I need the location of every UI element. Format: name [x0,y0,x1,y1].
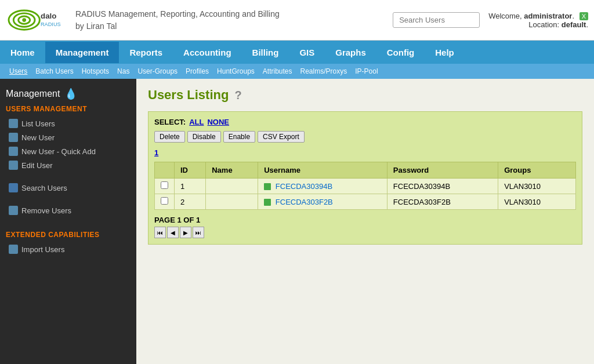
sidebar-title: Management 💧 [6,88,131,100]
remove-users-icon [9,206,18,215]
sidebar: Management 💧 Users Management List Users… [0,79,136,364]
pagination-top: 1 [154,148,576,157]
row-groups: VLAN3010 [498,179,576,194]
row-id: 2 [175,194,206,210]
nav-config[interactable]: Config [376,42,425,63]
sidebar-new-user-label: New User [21,133,55,142]
username-link[interactable]: FCECDA303F2B [276,198,333,206]
sub-nav: Users Batch Users Hotspots Nas User-Grou… [0,64,594,79]
th-name: Name [206,162,258,179]
subnav-nas[interactable]: Nas [114,67,133,76]
logo-area: dalo RADIUS [6,6,64,35]
subnav-user-groups[interactable]: User-Groups [134,67,181,76]
row-username: FCECDA30394B [258,179,387,194]
select-none-link[interactable]: NONE [207,118,229,126]
select-row: SELECT: ALL NONE [154,118,576,126]
close-button[interactable]: X [579,12,588,20]
sidebar-new-user-quick-add-label: New User - Quick Add [21,147,96,156]
subnav-users[interactable]: Users [6,67,31,76]
row-id: 1 [175,179,206,194]
search-input[interactable] [393,12,480,28]
csv-export-button[interactable]: CSV Export [258,131,305,143]
select-all-link[interactable]: ALL [189,118,204,126]
page-last-button[interactable]: ⏭ [193,227,204,238]
sidebar-import-users-label: Import Users [21,245,64,254]
welcome-user: administrator [524,12,572,20]
row-password: FCECDA303F2B [387,194,498,210]
sidebar-extended-capabilities-label: Extended Capabilities [6,231,131,239]
search-users-icon [9,183,18,192]
select-label: SELECT: [154,118,186,126]
subnav-profiles[interactable]: Profiles [182,67,212,76]
welcome-area: Welcome, administrator. X Location: defa… [488,12,588,29]
new-user-icon [9,133,18,142]
subnav-batch-users[interactable]: Batch Users [32,67,77,76]
sidebar-item-new-user-quick-add[interactable]: New User - Quick Add [6,144,131,158]
delete-button[interactable]: Delete [154,131,185,143]
app-title-line2: by Liran Tal [75,20,384,32]
action-buttons: Delete Disable Enable CSV Export [154,131,576,143]
nav-home[interactable]: Home [0,42,45,63]
enable-button[interactable]: Enable [223,131,255,143]
row-checkbox-1[interactable] [161,197,168,205]
sidebar-item-edit-user[interactable]: Edit User [6,158,131,172]
th-checkbox [155,162,175,179]
svg-point-3 [22,18,26,22]
table-header-row: ID Name Username Password Groups [155,162,576,179]
list-users-icon [9,119,18,128]
row-checkbox-cell [155,194,175,210]
page-title-text: Users Listing [148,88,229,103]
username-link[interactable]: FCECDA30394B [276,182,332,191]
location-line: Location: default. [488,20,588,29]
location-label: Location: [528,20,559,29]
sidebar-item-remove-users[interactable]: Remove Users [6,203,131,217]
nav-reports[interactable]: Reports [119,42,173,63]
page-title-area: Users Listing ? [148,88,582,103]
nav-graphs[interactable]: Graphs [325,42,376,63]
nav-help[interactable]: Help [425,42,465,63]
page-prev-button[interactable]: ◀ [167,227,179,238]
data-table: ID Name Username Password Groups 1 FCECD… [154,162,576,210]
help-icon[interactable]: ? [234,89,241,102]
nav-management[interactable]: Management [45,42,119,63]
sidebar-search-users-label: Search Users [21,184,67,192]
nav-gis[interactable]: GIS [289,42,325,63]
sidebar-item-new-user[interactable]: New User [6,130,131,144]
th-username: Username [258,162,387,179]
welcome-line: Welcome, administrator. X [488,12,588,20]
sidebar-users-management-label: Users Management [6,105,131,113]
app-title: RADIUS Management, Reporting, Accounting… [75,8,384,32]
disable-button[interactable]: Disable [187,131,221,143]
sidebar-item-list-users[interactable]: List Users [6,117,131,130]
subnav-hotspots[interactable]: Hotspots [78,67,113,76]
sidebar-title-text: Management [6,89,60,99]
user-status-icon [264,183,271,190]
subnav-ip-pool[interactable]: IP-Pool [352,67,381,76]
svg-text:RADIUS: RADIUS [41,21,61,27]
page-first-button[interactable]: ⏮ [154,227,166,238]
nav-accounting[interactable]: Accounting [173,42,242,63]
pagination-controls: ⏮ ◀ ▶ ⏭ [154,227,576,238]
main-nav: Home Management Reports Accounting Billi… [0,41,594,64]
table-container: SELECT: ALL NONE Delete Disable Enable C… [148,111,582,245]
sidebar-item-import-users[interactable]: Import Users [6,242,131,256]
page-next-button[interactable]: ▶ [180,227,191,238]
table-row: 2 FCECDA303F2B FCECDA303F2B VLAN3010 [155,194,576,210]
row-checkbox-0[interactable] [161,181,168,189]
subnav-huntgroups[interactable]: HuntGroups [213,67,258,76]
page-1-link[interactable]: 1 [154,148,158,157]
th-id: ID [175,162,206,179]
search-area[interactable] [393,12,480,28]
pagination-bottom: PAGE 1 OF 1 ⏮ ◀ ▶ ⏭ [154,216,576,238]
row-groups: VLAN3010 [498,194,576,210]
th-groups: Groups [498,162,576,179]
subnav-realms-proxys[interactable]: Realms/Proxys [297,67,351,76]
page-info: PAGE 1 OF 1 [154,216,576,224]
subnav-attributes[interactable]: Attributes [259,67,296,76]
sidebar-separator-2 [6,195,131,203]
sidebar-separator-1 [6,172,131,181]
row-password: FCECDA30394B [387,179,498,194]
sidebar-item-search-users[interactable]: Search Users [6,181,131,195]
import-users-icon [9,245,18,254]
nav-billing[interactable]: Billing [242,42,289,63]
